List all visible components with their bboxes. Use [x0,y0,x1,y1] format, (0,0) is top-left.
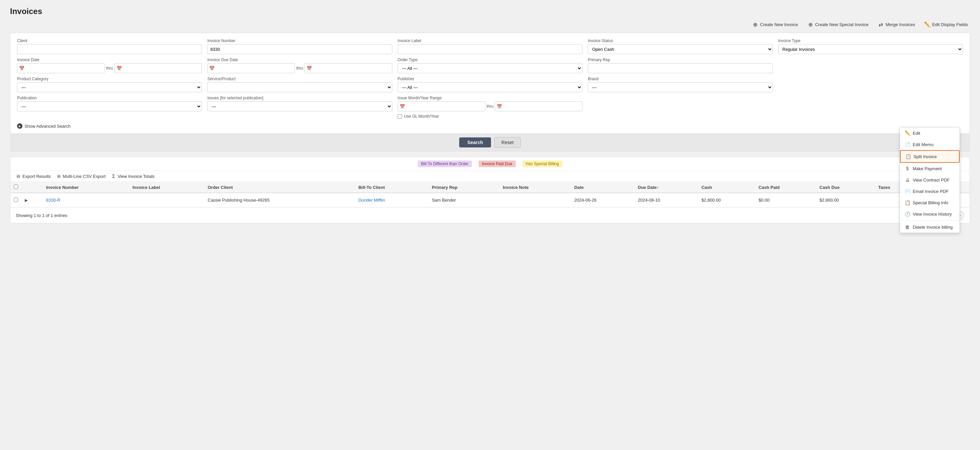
invoice-type-select[interactable]: Regular Invoices Special Invoices All [778,44,963,54]
invoice-status-select[interactable]: Open Cash Paid All [588,44,773,54]
invoice-due-date-from-input[interactable] [207,63,295,73]
export-bar: ⊖ Export Results ⊖ Multi-Line CSV Export… [10,171,970,182]
create-new-invoice-button[interactable]: ⊕ Create New Invoice [750,20,800,29]
context-edit-button[interactable]: ✏️ Edit [900,127,959,139]
merge-icon: ⇄ [878,21,884,27]
legend-special-billing: Has Special Billing [522,160,562,167]
advanced-search-toggle[interactable]: ▶ Show Advanced Search [17,122,71,130]
issue-month-to-input[interactable] [495,101,582,111]
invoice-number-label: Invoice Number [207,38,392,43]
col-header-primary-rep: Primary Rep [428,182,500,193]
issue-month-from-input[interactable] [398,101,485,111]
invoice-number-link[interactable]: 8330-R [46,198,60,203]
row-due-date-cell: 2024-08-10 [635,193,698,207]
row-cash-cell: $2,800.00 [698,193,756,207]
use-gl-month-group: Use GL Month/Year [398,114,582,119]
publisher-select[interactable]: — All — Publisher A [398,82,582,92]
product-category-label: Product Category [17,76,202,81]
primary-rep-group: Primary Rep [588,57,773,73]
export-results-button[interactable]: ⊖ Export Results [16,174,51,179]
service-product-select[interactable] [207,82,392,92]
brand-select[interactable]: — Brand A [588,82,773,92]
service-product-label: Service/Product [207,76,392,81]
invoice-due-date-to-wrap: 📅 [305,63,392,73]
primary-rep-label: Primary Rep [588,57,773,62]
context-edit-memo-button[interactable]: 📄 Edit Memo [900,139,959,150]
search-form-row3: Product Category — Category A Service/Pr… [17,76,963,92]
primary-rep-input[interactable] [588,63,773,73]
invoice-due-date-label: Invoice Due Date [207,57,392,62]
reset-button[interactable]: Reset [494,137,521,148]
invoice-date-from-input[interactable] [17,63,105,73]
order-type-select[interactable]: — All — Print Digital [398,63,582,73]
use-gl-label[interactable]: Use GL Month/Year [404,114,439,119]
merge-invoices-button[interactable]: ⇄ Merge Invoices [876,20,917,29]
plus-circle-icon-2: ⊕ [807,21,813,27]
context-view-invoice-history-button[interactable]: 🕐 View Invoice History [900,208,959,220]
row-checkbox[interactable] [14,198,18,202]
col-header-cash-due: Cash Due [816,182,875,193]
invoice-due-date-to-input[interactable] [305,63,392,73]
bill-to-client-link[interactable]: Dunder Mifflin [358,198,385,203]
col-header-expand [21,182,43,193]
legend-bill-to: Bill-To Different than Order [418,160,472,167]
context-view-contract-pdf-button[interactable]: 🖨 View Contract PDF [900,174,959,185]
invoice-due-date-range: 📅 thru 📅 [207,63,392,73]
invoice-due-date-group: Invoice Due Date 📅 thru 📅 [207,57,392,73]
invoice-number-input[interactable] [207,44,392,54]
context-delete-invoice-button[interactable]: 🗑 Delete Invoice billing [900,221,959,233]
invoice-type-field-group: Invoice Type Regular Invoices Special In… [778,38,963,54]
col-header-order-client: Order Client [205,182,355,193]
search-button[interactable]: Search [459,138,491,147]
issue-month-from-wrap: 📅 [398,101,485,111]
col-header-invoice-note: Invoice Note [500,182,571,193]
select-all-checkbox[interactable] [14,185,18,189]
row-invoice-label-cell [129,193,205,207]
context-split-invoice-button[interactable]: 📋 Split Invoice [900,150,959,163]
edit-icon: ✏️ [924,21,931,27]
row-expand-button[interactable]: ▶ [25,198,28,203]
client-label: Client [17,38,202,43]
product-category-select[interactable]: — Category A [17,82,202,92]
use-gl-checkbox[interactable] [398,114,402,119]
order-type-group: Order Type — All — Print Digital [398,57,582,73]
view-invoice-totals-button[interactable]: Σ View Invoice Totals [111,174,154,179]
order-type-label: Order Type [398,57,582,62]
invoice-label-input[interactable] [398,44,582,54]
make-payment-icon: $ [905,166,910,171]
issues-select[interactable]: — Issue 1 [207,101,392,111]
context-special-billing-info-button[interactable]: 📋 Special Billing Info [900,197,959,208]
multi-line-csv-button[interactable]: ⊖ Multi-Line CSV Export [56,174,106,179]
context-menu: ✏️ Edit 📄 Edit Memo 📋 Split Invoice $ Ma… [900,127,960,233]
issues-group: Issues [for selected publication] — Issu… [207,96,392,119]
col-header-invoice-number: Invoice Number [43,182,129,193]
invoice-date-to-input[interactable] [115,63,202,73]
col-header-invoice-label: Invoice Label [129,182,205,193]
view-contract-icon: 🖨 [905,177,910,182]
edit-display-fields-button[interactable]: ✏️ Edit Display Fields [923,20,970,29]
product-category-group: Product Category — Category A [17,76,202,92]
context-make-payment-button[interactable]: $ Make Payment [900,163,959,174]
page-title: Invoices [10,7,970,16]
col-header-due-date[interactable]: Due Date↑ [635,182,698,193]
invoices-table: Invoice Number Invoice Label Order Clien… [10,182,970,207]
row-bill-to-client-cell: Dunder Mifflin [355,193,428,207]
search-panel: Client Invoice Number Invoice Label Invo… [10,33,970,151]
history-icon: 🕐 [905,211,910,217]
context-email-invoice-pdf-button[interactable]: ✉️ Email Invoice PDF [900,185,959,197]
search-form-row2: Invoice Date 📅 thru 📅 Invoice Due Date [17,57,963,73]
row-cash-due-cell: $2,800.00 [816,193,875,207]
table-row: ▶ 8330-R Cassie Publishing House-49265 D… [10,193,970,207]
publication-group: Publication — Pub A [17,96,202,119]
edit-menu-icon: ✏️ [905,130,910,136]
publication-select[interactable]: — Pub A [17,101,202,111]
row-date-cell: 2024-06-26 [571,193,635,207]
menu-divider [900,220,959,221]
legend-bar: Bill-To Different than Order Invoice Pas… [10,157,970,171]
create-new-special-invoice-button[interactable]: ⊕ Create New Special Invoice [805,20,870,29]
row-expand-cell: ▶ [21,193,43,207]
advanced-search-label: Show Advanced Search [24,124,71,129]
client-input[interactable] [17,44,202,54]
legend-past-due: Invoice Past Due [479,160,516,167]
col-header-checkbox [10,182,21,193]
